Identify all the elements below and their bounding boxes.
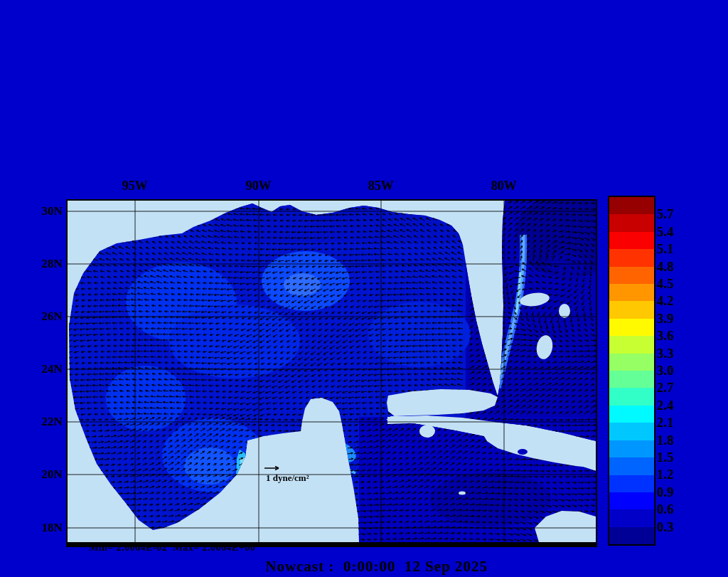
colorbar-tick-label: 5.7 xyxy=(657,206,700,222)
colorbar-band xyxy=(609,284,654,301)
colorbar-band xyxy=(609,406,654,423)
colorbar-band xyxy=(609,336,654,353)
colorbar-tick-label: 1.8 xyxy=(657,433,700,448)
colorbar-band xyxy=(609,249,654,266)
colorbar-band xyxy=(609,527,654,544)
colorbar-band xyxy=(609,232,654,249)
colorbar-band xyxy=(609,319,654,336)
bahamas-bank-2 xyxy=(559,304,570,318)
colorbar-tick-label: 0.3 xyxy=(657,519,700,535)
colorbar-tick-label: 2.7 xyxy=(657,380,700,396)
colorbar-band xyxy=(609,197,654,214)
jamaica-hispaniola-mask xyxy=(535,511,596,542)
colorbar-tick-label: 4.5 xyxy=(657,276,700,292)
isle-of-youth xyxy=(419,425,435,438)
colorbar-tick-label: 3.9 xyxy=(657,311,700,327)
lat-label-30n: 30N xyxy=(26,204,63,218)
colorbar-tick-label: 1.2 xyxy=(657,467,700,482)
colorbar-band xyxy=(609,388,654,405)
colorbar-band xyxy=(609,440,654,457)
cuba-main xyxy=(482,422,596,468)
bahamas-bank-3 xyxy=(535,334,555,360)
colorbar-band xyxy=(609,457,654,475)
reference-vector-label: 1 dyne/cm² xyxy=(266,472,309,484)
cayman-island xyxy=(459,492,466,495)
lat-label-18n: 18N xyxy=(26,521,63,535)
cuba-bay-notch xyxy=(518,449,528,455)
lat-label-20n: 20N xyxy=(26,467,63,482)
colorbar-band xyxy=(609,354,654,371)
colorbar-tick-label: 4.8 xyxy=(657,259,700,275)
colorbar-tick-label: 3.3 xyxy=(657,346,700,361)
colorbar-tick-label: 4.2 xyxy=(657,293,700,309)
colorbar-band xyxy=(609,301,654,318)
colorbar-band xyxy=(609,214,654,231)
colorbar-tick-label: 3.0 xyxy=(657,363,700,379)
lon-label-85w: 85W xyxy=(360,179,402,194)
colorbar-band xyxy=(609,509,654,526)
minmax-stats: Min= 2.0064E-02 Max= 2.0064E+00 xyxy=(89,542,255,554)
lon-label-95w: 95W xyxy=(114,179,156,194)
colorbar-tick-label: 5.1 xyxy=(657,241,700,257)
florida-bay-mask xyxy=(387,389,498,416)
lat-label-26n: 26N xyxy=(26,309,63,324)
bahamas-bank-1 xyxy=(519,291,550,308)
colorbar-tick-label: 2.4 xyxy=(657,398,700,413)
colorbar-tick-label: 5.4 xyxy=(657,224,700,240)
plot-background: 95W 90W 85W 80W 30N 28N 26N 24N 22N 20N … xyxy=(0,0,728,577)
lon-label-90w: 90W xyxy=(237,179,280,194)
colorbar-band xyxy=(609,423,654,440)
lat-label-22n: 22N xyxy=(26,415,63,429)
colorbar-tick-label: 0.9 xyxy=(657,485,700,500)
map-top-layer xyxy=(68,201,596,542)
lat-label-24n: 24N xyxy=(26,362,63,376)
colorbar-band xyxy=(609,267,654,284)
colorbar-tick-label: 1.5 xyxy=(657,450,700,465)
reference-vector-arrow xyxy=(264,467,279,470)
colorbar-tick-label: 2.1 xyxy=(657,415,700,430)
colorbar-band xyxy=(609,492,654,509)
lon-label-80w: 80W xyxy=(483,179,525,194)
colorbar-band xyxy=(609,475,654,492)
plot-title: Nowcast : 0:00:00 12 Sep 2025 xyxy=(199,558,555,576)
map-frame xyxy=(66,199,597,547)
colorbar-tick-label: 3.6 xyxy=(657,328,700,344)
lat-label-28n: 28N xyxy=(26,257,63,271)
graticule xyxy=(68,201,596,542)
colorbar xyxy=(608,196,655,546)
colorbar-tick-label: 0.6 xyxy=(657,502,700,517)
colorbar-band xyxy=(609,371,654,388)
